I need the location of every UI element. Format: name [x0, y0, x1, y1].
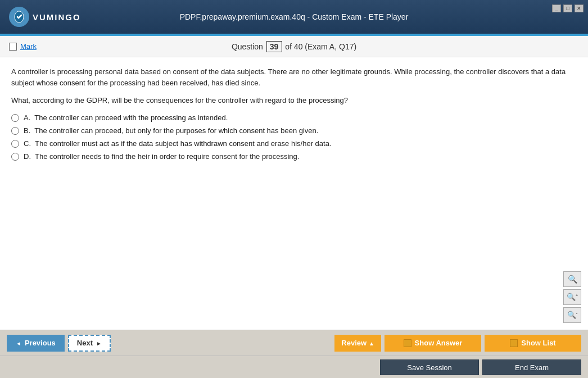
- main-content: A controller is processing personal data…: [0, 57, 588, 330]
- save-session-button[interactable]: Save Session: [380, 359, 479, 375]
- minimize-button[interactable]: _: [552, 4, 561, 12]
- maximize-button[interactable]: □: [563, 4, 572, 12]
- logo-area: Vumingo: [9, 7, 81, 27]
- show-list-icon: [510, 339, 518, 347]
- answer-option-b[interactable]: B. The controller can proceed, but only …: [11, 126, 577, 135]
- question-header: Mark Question 39 of 40 (Exam A, Q17): [0, 36, 588, 57]
- question-sub: What, according to the GDPR, will be the…: [11, 96, 577, 104]
- zoom-out-button[interactable]: 🔍-: [563, 307, 581, 323]
- bottom-nav: Previous Next Review Show Answer Show Li…: [0, 330, 588, 356]
- review-chevron-icon: [369, 339, 374, 347]
- answer-label-a: A. The controller can proceed with the p…: [24, 113, 228, 122]
- mark-link[interactable]: Mark: [20, 42, 37, 51]
- question-text: A controller is processing personal data…: [11, 66, 577, 88]
- radio-b[interactable]: [11, 127, 19, 135]
- close-button[interactable]: ✕: [575, 4, 584, 12]
- answer-option-d[interactable]: D. The controller needs to find the heir…: [11, 152, 577, 161]
- next-button[interactable]: Next: [68, 335, 111, 352]
- show-answer-button[interactable]: Show Answer: [385, 335, 481, 352]
- sidebar-tools: 🔍 🔍+ 🔍-: [563, 271, 581, 323]
- mark-area[interactable]: Mark: [9, 42, 37, 51]
- end-exam-button[interactable]: End Exam: [482, 359, 581, 375]
- answer-label-c: C. The controller must act as if the dat…: [24, 139, 332, 148]
- mark-checkbox[interactable]: [9, 43, 17, 51]
- question-number: 39: [266, 41, 282, 52]
- review-button[interactable]: Review: [334, 335, 381, 352]
- show-list-button[interactable]: Show List: [485, 335, 581, 352]
- title-bar: _ □ ✕ Vumingo PDPF.prepaway.premium.exam…: [0, 0, 588, 34]
- logo-text: Vumingo: [33, 12, 81, 22]
- radio-d[interactable]: [11, 153, 19, 161]
- previous-chevron-icon: [16, 339, 21, 347]
- previous-button[interactable]: Previous: [7, 335, 65, 352]
- radio-a[interactable]: [11, 114, 19, 122]
- zoom-in-button[interactable]: 🔍+: [563, 289, 581, 305]
- radio-c[interactable]: [11, 140, 19, 148]
- logo-icon: [9, 7, 29, 27]
- next-chevron-icon: [96, 339, 102, 347]
- window-controls[interactable]: _ □ ✕: [552, 4, 584, 12]
- answer-option-c[interactable]: C. The controller must act as if the dat…: [11, 139, 577, 148]
- zoom-out-icon: 🔍-: [567, 311, 578, 319]
- window-title: PDPF.prepaway.premium.exam.40q - Custom …: [180, 12, 409, 21]
- search-tool-button[interactable]: 🔍: [563, 271, 581, 287]
- answer-option-a[interactable]: A. The controller can proceed with the p…: [11, 113, 577, 122]
- answer-label-d: D. The controller needs to find the heir…: [24, 152, 299, 161]
- show-answer-icon: [404, 339, 411, 347]
- answer-options: A. The controller can proceed with the p…: [11, 113, 577, 161]
- question-info: Question 39 of 40 (Exam A, Q17): [232, 41, 356, 52]
- zoom-in-icon: 🔍+: [567, 293, 578, 301]
- search-icon: 🔍: [568, 275, 577, 284]
- bottom-action-bar: Save Session End Exam: [0, 356, 588, 378]
- answer-label-b: B. The controller can proceed, but only …: [24, 126, 318, 135]
